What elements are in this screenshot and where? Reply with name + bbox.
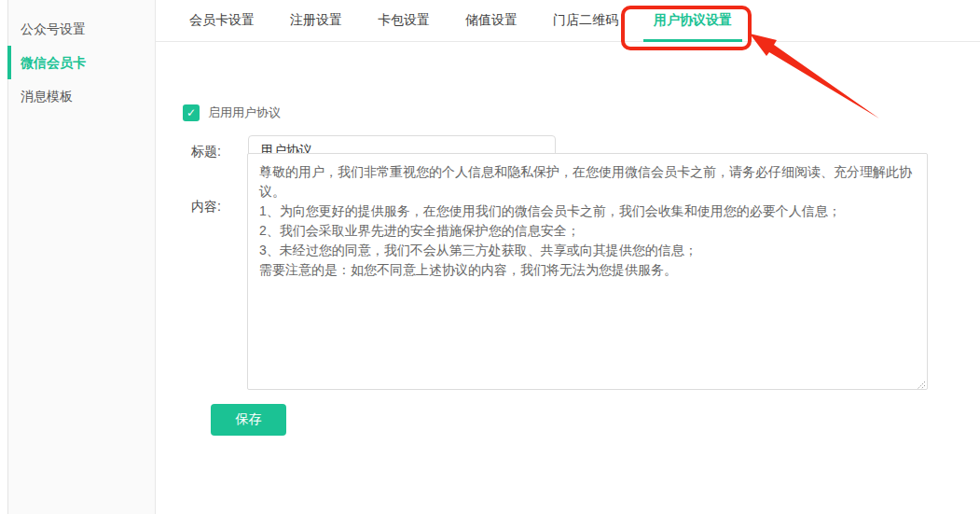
tab-store-qrcode[interactable]: 门店二维码 [543,0,628,42]
sidebar-item-message-template[interactable]: 消息模板 [8,79,155,113]
page: 公众号设置 微信会员卡 消息模板 会员卡设置 注册设置 卡包设置 储值设置 门店… [0,0,980,514]
content-textarea[interactable]: 尊敬的用户，我们非常重视您的个人信息和隐私保护，在您使用微信会员卡之前，请务必仔… [247,153,928,390]
user-agreement-form: ✓ 启用用户协议 标题: 内容: 尊敬的用户，我们非常重视您的个人信息和隐私保护… [156,42,980,514]
tab-member-card-settings[interactable]: 会员卡设置 [179,0,265,42]
sidebar-item-label: 公众号设置 [21,21,86,36]
tab-bar: 会员卡设置 注册设置 卡包设置 储值设置 门店二维码 用户协议设置 [156,0,980,42]
content-field-label: 内容: [191,197,221,216]
check-icon: ✓ [186,106,196,119]
sidebar: 公众号设置 微信会员卡 消息模板 [7,0,156,514]
tab-stored-value-settings[interactable]: 储值设置 [455,0,528,42]
active-indicator [7,46,11,79]
tab-register-settings[interactable]: 注册设置 [280,0,352,42]
tab-user-agreement-settings[interactable]: 用户协议设置 [643,0,742,42]
main-content: 会员卡设置 注册设置 卡包设置 储值设置 门店二维码 用户协议设置 ✓ 启用用户… [156,0,980,514]
resize-handle-icon[interactable] [915,377,926,388]
title-field-label: 标题: [191,135,221,167]
sidebar-item-label: 消息模板 [21,89,73,104]
tab-card-package-settings[interactable]: 卡包设置 [367,0,440,42]
sidebar-item-label: 微信会员卡 [21,55,86,70]
enable-agreement-label: 启用用户协议 [208,104,281,121]
save-button[interactable]: 保存 [211,404,286,436]
content-textarea-wrap: 尊敬的用户，我们非常重视您的个人信息和隐私保护，在您使用微信会员卡之前，请务必仔… [247,153,928,390]
sidebar-item-official-account-settings[interactable]: 公众号设置 [8,12,155,46]
enable-agreement-checkbox[interactable]: ✓ [183,104,200,121]
sidebar-item-wechat-member-card[interactable]: 微信会员卡 [8,46,155,79]
